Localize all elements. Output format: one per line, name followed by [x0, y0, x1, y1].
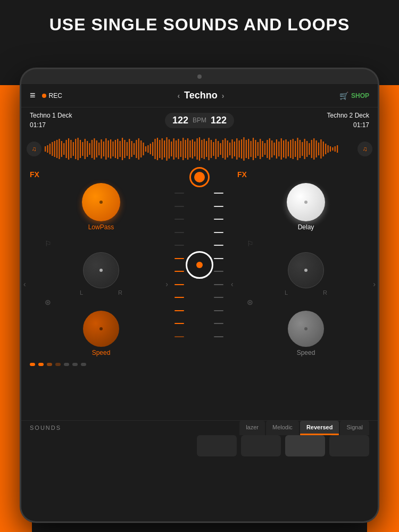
- svg-rect-4: [54, 141, 55, 157]
- right-speed-knob[interactable]: [288, 311, 324, 347]
- sound-pad-1[interactable]: [197, 435, 237, 456]
- sound-pad-3[interactable]: [285, 435, 325, 456]
- svg-rect-55: [173, 138, 174, 160]
- rfm-9: [214, 297, 223, 298]
- fm-1: [174, 193, 184, 194]
- svg-rect-102: [283, 140, 284, 157]
- svg-rect-89: [253, 138, 254, 160]
- svg-rect-78: [227, 140, 228, 157]
- svg-rect-7: [61, 141, 62, 157]
- shop-label: SHOP: [351, 92, 369, 99]
- svg-rect-85: [243, 137, 244, 161]
- menu-icon[interactable]: ≡: [30, 90, 36, 101]
- crossfader-knob[interactable]: [186, 251, 213, 279]
- fx-ring-knob-section: [189, 167, 210, 187]
- svg-rect-0: [45, 146, 46, 152]
- svg-rect-66: [199, 137, 200, 161]
- svg-rect-71: [211, 140, 212, 158]
- svg-rect-68: [204, 139, 205, 159]
- svg-rect-69: [206, 141, 207, 157]
- svg-rect-2: [49, 144, 51, 154]
- svg-rect-70: [208, 138, 209, 160]
- svg-rect-33: [122, 138, 123, 160]
- left-deck-arrow-left[interactable]: ‹: [23, 280, 26, 288]
- rfm-1: [214, 193, 223, 194]
- right-pan-knob[interactable]: [288, 252, 324, 288]
- right-deck-icon[interactable]: ♫: [358, 142, 372, 156]
- left-deck-name: Techno 1 Deck: [30, 111, 72, 120]
- right-deck-arrow-left[interactable]: ‹: [231, 280, 234, 288]
- right-deck-name: Techno 2 Deck: [327, 111, 369, 120]
- svg-rect-6: [59, 139, 60, 159]
- prev-track-arrow[interactable]: ‹: [177, 92, 180, 100]
- tab-lazer[interactable]: lazer: [239, 421, 265, 435]
- bpm-right[interactable]: 122: [211, 115, 227, 126]
- bottom-section: SOUNDS lazer Melodic Reversed Signal: [21, 420, 378, 463]
- rfm-3: [214, 219, 223, 220]
- svg-rect-76: [222, 140, 223, 158]
- sounds-section-label: SOUNDS: [30, 425, 61, 435]
- svg-rect-34: [124, 140, 125, 158]
- waveform-display[interactable]: [45, 136, 354, 162]
- right-deck-arrow-right[interactable]: ›: [373, 280, 376, 288]
- left-speed-section: Speed: [40, 311, 162, 356]
- tab-melodic[interactable]: Melodic: [266, 421, 299, 435]
- svg-rect-37: [131, 141, 132, 157]
- svg-rect-52: [166, 137, 167, 161]
- svg-rect-41: [140, 140, 142, 157]
- left-fx-label: FX: [30, 170, 162, 179]
- left-deck-arrow-right[interactable]: ›: [165, 280, 168, 288]
- tab-signal[interactable]: Signal: [340, 421, 369, 435]
- right-scratch-icon[interactable]: ⊛: [247, 298, 369, 306]
- rfm-2: [214, 206, 223, 207]
- fm-2: [174, 206, 184, 207]
- nav-center: ‹ Techno ›: [177, 90, 224, 101]
- right-pan-l: L: [285, 289, 288, 296]
- dot-6: [72, 363, 78, 366]
- svg-rect-121: [327, 145, 328, 153]
- fx-ring-knob[interactable]: [189, 167, 210, 187]
- svg-rect-111: [304, 139, 305, 159]
- tab-reversed[interactable]: Reversed: [300, 421, 339, 434]
- left-speed-knob[interactable]: [83, 311, 119, 347]
- svg-rect-125: [337, 145, 338, 153]
- svg-rect-119: [323, 142, 324, 156]
- svg-rect-74: [218, 141, 219, 157]
- right-speed-indicator: [304, 327, 307, 330]
- svg-rect-62: [189, 140, 190, 157]
- shop-button[interactable]: 🛒 SHOP: [339, 92, 369, 100]
- left-deck-icon[interactable]: ♫: [27, 142, 41, 156]
- svg-rect-104: [288, 142, 289, 156]
- sound-pad-4[interactable]: [329, 435, 369, 456]
- svg-rect-75: [220, 143, 221, 155]
- svg-rect-61: [187, 138, 188, 160]
- svg-rect-39: [136, 140, 137, 158]
- svg-rect-13: [75, 139, 76, 159]
- sound-pad-2[interactable]: [241, 435, 281, 456]
- lowpass-knob[interactable]: [82, 183, 120, 221]
- svg-rect-17: [85, 139, 86, 159]
- delay-knob[interactable]: [287, 183, 325, 221]
- fm-6: [174, 258, 184, 259]
- left-scratch-icon[interactable]: ⊛: [45, 298, 162, 306]
- svg-rect-14: [77, 138, 78, 160]
- svg-rect-118: [320, 139, 321, 159]
- svg-rect-42: [143, 143, 144, 155]
- page-title: USE SINGLE SOUNDS AND LOOPS: [11, 15, 388, 35]
- left-pan-knob[interactable]: [83, 252, 119, 288]
- rec-button[interactable]: REC: [42, 92, 62, 99]
- dot-5: [64, 363, 69, 366]
- rfm-8: [214, 284, 223, 285]
- app-content: ≡ REC ‹ Techno › 🛒 SHOP Techno 1 Deck 01…: [21, 84, 378, 521]
- tablet-frame: ≡ REC ‹ Techno › 🛒 SHOP Techno 1 Deck 01…: [21, 69, 378, 521]
- svg-rect-96: [269, 138, 270, 160]
- left-speed-indicator: [99, 327, 103, 330]
- delay-knob-section: Delay: [243, 183, 369, 231]
- sounds-tab-row: SOUNDS lazer Melodic Reversed Signal: [21, 421, 378, 435]
- right-pan-section: L R: [243, 252, 369, 296]
- right-bookmark-icon: ⚐: [247, 239, 369, 248]
- next-track-arrow[interactable]: ›: [222, 92, 225, 100]
- svg-rect-11: [70, 140, 71, 158]
- bpm-left[interactable]: 122: [172, 115, 188, 126]
- svg-rect-91: [257, 142, 259, 156]
